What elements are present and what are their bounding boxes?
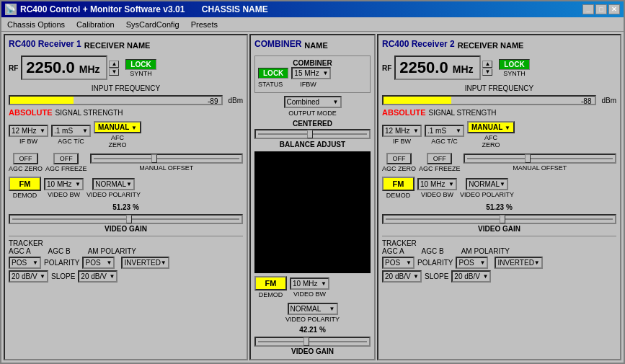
receiver1-slope-label: SLOPE bbox=[51, 272, 75, 280]
combiner-ifbw-label: IFBW bbox=[300, 81, 316, 88]
receiver1-slopeb-dropdown[interactable]: 20 dB/V▼ bbox=[78, 270, 118, 283]
receiver1-agcfreeze-btn[interactable]: OFF bbox=[53, 153, 79, 164]
combiner-outputmode-dropdown[interactable]: Combined▼ bbox=[284, 96, 342, 108]
receiver2-ifbw-dropdown[interactable]: 12 MHz▼ bbox=[382, 125, 422, 137]
receiver1-ampol-dropdown[interactable]: INVERTED▼ bbox=[121, 257, 169, 269]
receiver2-demod-btn[interactable]: FM bbox=[382, 177, 415, 191]
combiner-ifbw-dropdown[interactable]: 15 MHz▼ bbox=[291, 67, 331, 79]
title-bar-left: 📡 RC400 Control + Monitor Software v3.01… bbox=[5, 4, 268, 15]
receiver2-name: RECEIVER NAME bbox=[458, 41, 524, 50]
receiver2-panel: RC400 Receiver 2 RECEIVER NAME RF 2250.0… bbox=[377, 34, 621, 360]
receiver1-manual-btn[interactable]: MANUAL ▼ bbox=[94, 121, 141, 133]
app-icon: 📡 bbox=[5, 4, 17, 15]
receiver2-freq-display[interactable]: 2250.0 MHz bbox=[394, 56, 481, 80]
receiver1-tracker-label: TRACKER bbox=[9, 239, 43, 247]
receiver1-ampol-label: AM POLARITY bbox=[88, 247, 136, 255]
receiver2-demod-label: DEMOD bbox=[386, 192, 411, 199]
combiner-videobw-dropdown[interactable]: 10 MHz▼ bbox=[290, 278, 329, 290]
receiver1-freq-down[interactable]: ▼ bbox=[109, 68, 119, 76]
receiver2-tracker-label: TRACKER bbox=[382, 239, 417, 247]
combiner-videobw-label: VIDEO BW bbox=[293, 290, 326, 298]
receiver2-freq-unit: MHz bbox=[453, 63, 474, 75]
receiver2-videogain-slider[interactable] bbox=[382, 214, 616, 224]
menu-chassis-options[interactable]: Chassis Options bbox=[5, 19, 67, 30]
receiver2-rf-label: RF bbox=[382, 64, 391, 72]
receiver1-ifbw-row: 12 MHz▼ IF BW .1 mS▼ AGC T/C MANUAL ▼ AF… bbox=[9, 121, 243, 148]
receiver2-polb-dropdown[interactable]: POS▼ bbox=[456, 257, 488, 269]
receiver1-slope-row: 20 dB/V▼ SLOPE 20 dB/V▼ bbox=[9, 270, 243, 283]
receiver1-demod-row: FM DEMOD 10 MHz▼ VIDEO BW NORMAL▼ VIDEO … bbox=[9, 177, 243, 199]
maximize-button[interactable]: □ bbox=[595, 4, 607, 14]
receiver2-slopeb-dropdown[interactable]: 20 dB/V▼ bbox=[451, 270, 491, 283]
receiver1-slopea-dropdown[interactable]: 20 dB/V▼ bbox=[9, 270, 48, 283]
receiver1-freq-value: 2250.0 bbox=[26, 58, 74, 76]
receiver1-abs-label: ABSOLUTE bbox=[9, 108, 53, 117]
combiner-outputmode-label: OUTPUT MODE bbox=[288, 110, 336, 117]
receiver2-synth: SYNTH bbox=[503, 70, 526, 77]
receiver2-videopol-dropdown[interactable]: NORMAL▼ bbox=[466, 178, 508, 190]
receiver1-pola-dropdown[interactable]: POS▼ bbox=[9, 257, 41, 269]
receiver2-freq-spin[interactable]: ▲ ▼ bbox=[482, 61, 492, 76]
combiner-balance-slider[interactable] bbox=[254, 129, 371, 139]
receiver1-videobw-pct: 51.23 % bbox=[9, 203, 243, 211]
receiver2-videobw-dropdown[interactable]: 10 MHz▼ bbox=[417, 178, 457, 190]
receiver1-freq-up[interactable]: ▲ bbox=[109, 61, 119, 68]
minimize-button[interactable]: _ bbox=[582, 4, 594, 14]
receiver2-agczero-label: AGC ZERO bbox=[382, 165, 416, 172]
receiver2-tracker: TRACKER AGC A AGC B AM POLARITY POS▼ POL… bbox=[382, 236, 616, 284]
receiver1-manual-offset-slider[interactable] bbox=[90, 154, 243, 164]
combiner-videogain-slider[interactable] bbox=[254, 337, 371, 347]
receiver1-agcb-label: AGC B bbox=[48, 247, 71, 255]
receiver1-agctc-dropdown[interactable]: .1 mS▼ bbox=[51, 125, 91, 137]
combiner-title: COMBINER bbox=[254, 39, 301, 49]
receiver2-ifbw-label: IF BW bbox=[393, 138, 411, 145]
receiver2-manual-btn[interactable]: MANUAL ▼ bbox=[467, 121, 515, 133]
receiver2-tracker-labels: AGC A AGC B AM POLARITY bbox=[382, 247, 616, 255]
receiver1-videopol-dropdown[interactable]: NORMAL▼ bbox=[92, 178, 135, 190]
receiver1-agczero-btn[interactable]: OFF bbox=[13, 153, 38, 164]
receiver2-videogain-label: VIDEO GAIN bbox=[382, 225, 616, 233]
receiver2-freq-up[interactable]: ▲ bbox=[482, 61, 492, 68]
receiver1-panel: RC400 Receiver 1 RECEIVER NAME RF 2250.0… bbox=[4, 34, 248, 360]
combiner-demod-btn[interactable]: FM bbox=[254, 276, 287, 290]
menu-presets[interactable]: Presets bbox=[189, 19, 220, 30]
menu-syscardconfig[interactable]: SysCardConfig bbox=[124, 19, 182, 30]
receiver2-videobw-pct: 51.23 % bbox=[382, 203, 616, 211]
receiver2-polarity-label: POLARITY bbox=[417, 259, 453, 267]
receiver1-freq-spin[interactable]: ▲ ▼ bbox=[109, 61, 119, 76]
receiver1-freq-display[interactable]: 2250.0 MHz bbox=[21, 56, 107, 80]
receiver1-ifbw-dropdown[interactable]: 12 MHz▼ bbox=[9, 125, 48, 137]
combiner-videopol-dropdown[interactable]: NORMAL▼ bbox=[288, 303, 338, 315]
receiver2-videogain-section: VIDEO GAIN bbox=[382, 214, 616, 233]
receiver1-polb-dropdown[interactable]: POS▼ bbox=[82, 257, 115, 269]
receiver1-signal-strength-label: SIGNAL STRENGTH bbox=[56, 109, 123, 117]
receiver2-agctc-dropdown[interactable]: .1 mS▼ bbox=[425, 125, 464, 137]
receiver2-slope-row: 20 dB/V▼ SLOPE 20 dB/V▼ bbox=[382, 270, 616, 283]
combiner-videopol-section: NORMAL▼ VIDEO POLARITY bbox=[254, 303, 371, 323]
receiver2-manual-offset-slider[interactable] bbox=[464, 154, 616, 164]
receiver1-demod-btn[interactable]: FM bbox=[9, 177, 41, 191]
receiver2-ampol-label: AM POLARITY bbox=[461, 247, 510, 255]
close-button[interactable]: ✕ bbox=[608, 4, 620, 14]
menu-calibration[interactable]: Calibration bbox=[74, 19, 117, 30]
combiner-demod-label: DEMOD bbox=[259, 291, 283, 298]
combiner-lock-row: LOCK 15 MHz▼ bbox=[258, 67, 367, 79]
receiver2-pola-dropdown[interactable]: POS▼ bbox=[382, 257, 415, 269]
receiver2-agczero-btn[interactable]: OFF bbox=[386, 153, 412, 164]
receiver2-agcfreeze-btn[interactable]: OFF bbox=[427, 153, 452, 164]
combiner-status-labels: STATUS IFBW bbox=[258, 81, 367, 88]
receiver2-afczero-label: AFCZERO bbox=[482, 134, 500, 148]
receiver2-slopea-dropdown[interactable]: 20 dB/V▼ bbox=[382, 270, 422, 283]
receiver2-input-freq-label: INPUT FREQUENCY bbox=[382, 84, 616, 92]
receiver1-videogain-slider[interactable] bbox=[9, 214, 243, 224]
receiver1-freq-unit: MHz bbox=[79, 63, 100, 75]
receiver1-videobw-dropdown[interactable]: 10 MHz▼ bbox=[44, 178, 84, 190]
receiver2-ampol-dropdown[interactable]: INVERTED▼ bbox=[495, 257, 542, 269]
receiver1-freq-row: RF 2250.0 MHz ▲ ▼ LOCK SYNTH bbox=[9, 56, 243, 80]
receiver2-ifbw-row: 12 MHz▼ IF BW .1 mS▼ AGC T/C MANUAL ▼ AF… bbox=[382, 121, 616, 148]
receiver1-afczero-label: AFCZERO bbox=[108, 134, 126, 148]
receiver1-manual-offset-label: MANUAL OFFSET bbox=[139, 164, 193, 172]
receiver2-freq-down[interactable]: ▼ bbox=[482, 68, 492, 76]
receiver2-tracker-controls: POS▼ POLARITY POS▼ INVERTED▼ bbox=[382, 257, 616, 269]
combiner-status-label: STATUS bbox=[258, 81, 283, 88]
